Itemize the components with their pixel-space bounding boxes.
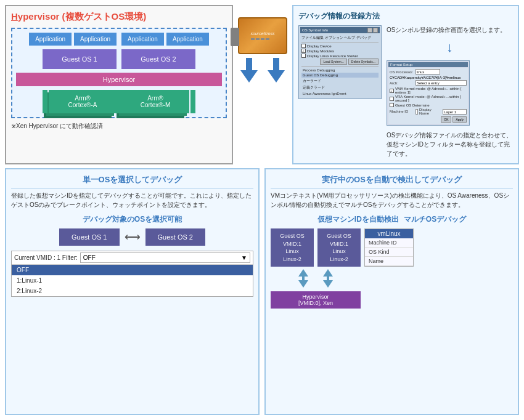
device-connector [231, 28, 239, 46]
debug-info-content: OS Symbol Info ファイル編集 オプション ヘルプ デバッグ [298, 25, 513, 158]
bottom-right-desc: VMコンテキスト(VM用プロセッサリソース)の検出機能により、OS Awaren… [271, 191, 513, 209]
screen-mock-2-title: Format Setup [388, 62, 468, 67]
filter-value: OFF [83, 254, 96, 261]
vmlinux-row-2: OS Kind [365, 248, 413, 257]
vma-cb [390, 89, 394, 93]
hypervisor-inner: Application Application Application Appl… [11, 28, 227, 118]
vm-guest-box-2: Guest OSVMID:1LinuxLinux-2 [317, 228, 361, 267]
screen-control-min [367, 28, 372, 33]
apply-btn[interactable]: Apply [452, 116, 467, 123]
app-box-2: Application [74, 33, 117, 46]
app-group-right: Application Application [121, 33, 209, 46]
screen-sep-2 [301, 66, 379, 67]
debug-info-title: デバッグ情報の登録方法 [298, 11, 513, 22]
filter-label: Current VMID : 1 Filter: [14, 254, 78, 261]
app-row: Application Application Application Appl… [16, 33, 222, 46]
delete-symbols-btn[interactable]: Delete Symbols... [348, 59, 379, 65]
screen-buttons: Load System... Delete Symbols... [301, 59, 379, 65]
bottom-left-title: 単一OSを選択してデバッグ [11, 174, 253, 188]
vma-row: VMA Kernel mode: @ Adressl+…within [ ent… [390, 87, 467, 94]
debug-text-2: OSデバッグ情報ファイルの指定と合わせて、仮想マシンIDとフィルター名称を登録し… [387, 131, 513, 158]
vmlinux-row-1: Machine ID [365, 238, 413, 248]
screen-mock-1-title: OS Symbol Info [300, 27, 380, 33]
bottom-right-title: 実行中のOSを自動で検出してデバッグ [271, 174, 513, 188]
field-row-os: OS Processor linux [390, 69, 467, 75]
arrow-head-right [268, 70, 285, 83]
debug-screens-col: OS Symbol Info ファイル編集 オプション ヘルプ デバッグ [298, 25, 382, 158]
device-ports [251, 38, 275, 40]
svg-rect-1 [302, 277, 305, 280]
display-name-dropdown[interactable]: Layer 1 [443, 109, 467, 115]
arch-val[interactable]: Select a entry [416, 80, 467, 86]
svg-marker-0 [298, 269, 308, 277]
screen-mock-1: OS Symbol Info ファイル編集 オプション ヘルプ デバッグ [298, 25, 382, 99]
hypervisor-title: Hypervisor (複数ゲストOS環境) [11, 11, 227, 23]
debug-info-box: デバッグ情報の登録方法 OS Symbol Info [292, 5, 519, 164]
dropdown-item-2[interactable]: 2:Linux-2 [12, 286, 253, 296]
bottom-section: 単一OSを選択してデバッグ 登録した仮想マシンIDを指定してデバッグすることが可… [5, 168, 519, 415]
title-h: H [11, 11, 18, 22]
cb-3 [301, 54, 306, 58]
lr-arrow: ⟷ [125, 230, 141, 244]
bottom-left-sub-title: デバッグ対象のOSを選択可能 [11, 214, 253, 225]
screen-mock-2: Format Setup OS Processor linux C¥CAD¥Ka… [387, 60, 470, 126]
bottom-right: 実行中のOSを自動で検出してデバッグ VMコンテキスト(VM用プロセッサリソース… [264, 168, 519, 415]
svg-rect-5 [327, 277, 329, 280]
app-box-3: Application [121, 33, 164, 46]
guest-os-row: Guest OS 1 Guest OS 2 [16, 49, 222, 69]
arm-box-m: Arm® Cortex®-M [121, 90, 189, 113]
svg-marker-4 [323, 269, 333, 277]
arrow-left [240, 58, 258, 83]
debug-arrow-down: ↓ [387, 39, 513, 55]
arrow-right [268, 58, 285, 83]
guest-os-1-btn[interactable]: Guest OS 1 [59, 228, 119, 246]
guest-os-1: Guest OS 1 [43, 49, 117, 69]
screen-mock-2-title-text: Format Setup [390, 63, 412, 67]
app-box-4: Application [166, 33, 209, 46]
vm-arrows [297, 269, 334, 289]
screen-sep-1 [301, 42, 379, 42]
guest-os-2-btn[interactable]: Guest OS 2 [145, 228, 205, 246]
debug-text-1: OSシンボル登録の操作画面を選択します。 [387, 25, 513, 34]
arm-stack-m: Arm® Cortex®-M [121, 90, 189, 113]
hypervisor-box: Hypervisor (複数ゲストOS環境) Application Appli… [5, 5, 233, 164]
port-2 [256, 38, 260, 40]
list-item-3: カーラード [301, 78, 379, 84]
svg-marker-3 [298, 280, 308, 288]
port-3 [261, 38, 264, 40]
bottom-left: 単一OSを選択してデバッグ 登録した仮想マシンIDを指定してデバッグすることが可… [5, 168, 260, 415]
vm-guest-row: Guest OSVMID:1LinuxLinux-2 Guest OSVMID:… [271, 228, 361, 267]
device-area: sourceXross [238, 5, 287, 164]
filter-header: Current VMID : 1 Filter: OFF ▼ [12, 251, 253, 265]
top-section: Hypervisor (複数ゲストOS環境) Application Appli… [5, 5, 519, 164]
guest-det-row: Guest OS Determine [390, 103, 467, 107]
port-1 [251, 38, 255, 40]
vm-boxes-area: Guest OSVMID:1LinuxLinux-2 Guest OSVMID:… [271, 228, 361, 309]
machine-id-row: Machine ID Display Name Layer 1 [390, 108, 467, 115]
machine-id-val[interactable] [416, 109, 418, 115]
path-text: C¥CAD¥Kaspersky¥ACE70¥[IA-3]¥vmlinux [390, 76, 467, 79]
cb-2 [301, 49, 306, 53]
vra-row: VRA Kernel mode: @ Adressl+…within [ sec… [390, 95, 467, 102]
top-arrows [240, 58, 285, 83]
list-item-1: Process Debugging [301, 68, 379, 73]
guest-os-2: Guest OS 2 [121, 49, 195, 69]
list-item-2: Guest OS Debugging [301, 73, 379, 78]
dropdown-item-off[interactable]: OFF [12, 265, 253, 275]
ok-btn[interactable]: OK [441, 116, 451, 123]
os-proc-dropdown[interactable]: linux [416, 69, 440, 75]
screen-row-2: Display Modules [301, 49, 379, 53]
screen-control-close [373, 28, 378, 33]
multi-os-diagram: Guest OSVMID:1LinuxLinux-2 Guest OSVMID:… [271, 228, 513, 309]
xen-note: ※Xen Hypervisor にて動作確認済 [11, 122, 227, 131]
arrow-updown-1 [297, 269, 309, 289]
dropdown-item-1[interactable]: 1:Linux-1 [12, 275, 253, 286]
vm-guest-box-1: Guest OSVMID:1LinuxLinux-2 [271, 228, 314, 267]
arrow-shaft-left [246, 58, 252, 70]
load-system-btn[interactable]: Load System... [320, 59, 346, 65]
screen-mock-1-controls [367, 28, 378, 33]
svg-marker-7 [323, 280, 333, 288]
port-4 [266, 38, 269, 40]
arrow-shaft-right [273, 58, 279, 70]
filter-select-box[interactable]: OFF ▼ [80, 252, 250, 263]
